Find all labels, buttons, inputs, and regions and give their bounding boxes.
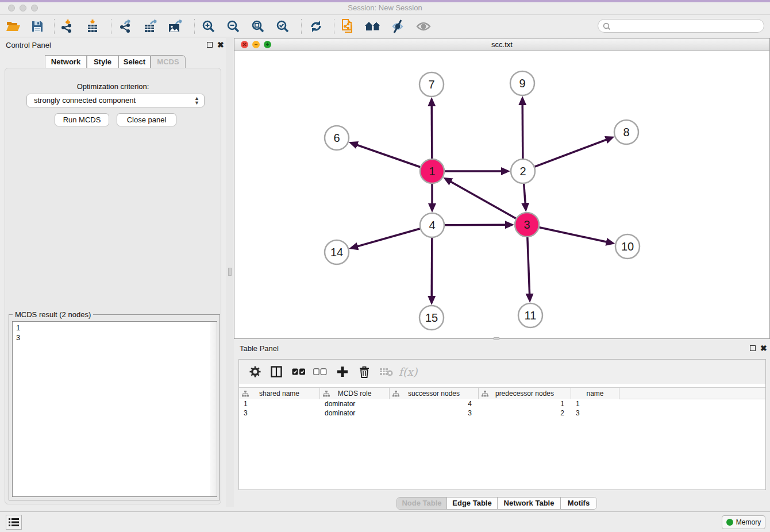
tab-edge-table[interactable]: Edge Table — [447, 498, 498, 510]
panel-list-button[interactable] — [6, 515, 22, 530]
graph-edge-2-3[interactable] — [524, 184, 526, 209]
graph-edge-1-6[interactable] — [352, 143, 420, 167]
tab-style[interactable]: Style — [87, 55, 118, 68]
tab-mcds[interactable]: MCDS — [151, 55, 186, 68]
table-cell[interactable]: 1 — [239, 399, 320, 408]
first-neighbors-icon[interactable] — [363, 17, 383, 36]
network-window: ✕ – + scc.txt 7968124314101511 — [234, 38, 770, 339]
table-header-row: shared nameMCDS rolesuccessor nodesprede… — [239, 387, 765, 399]
graph-edge-2-8[interactable] — [535, 138, 611, 167]
create-column-icon[interactable] — [333, 363, 352, 380]
tab-node-table[interactable]: Node Table — [397, 498, 447, 510]
graph-edge-2-9[interactable] — [522, 99, 523, 159]
close-panel-icon[interactable]: ✖ — [217, 40, 224, 50]
zoom-in-icon[interactable] — [199, 17, 218, 36]
splitter-grip[interactable] — [228, 268, 232, 276]
result-item[interactable]: 3 — [16, 333, 217, 342]
graph-node-8[interactable]: 8 — [614, 120, 638, 144]
table-body: 1dominator4113dominator323 — [239, 399, 765, 418]
close-table-panel-icon[interactable]: ✖ — [760, 343, 767, 353]
graph-edge-4-15[interactable] — [432, 238, 432, 302]
mcds-panel: Optimization criterion: strongly connect… — [5, 68, 221, 504]
window-resize-grip[interactable] — [494, 337, 499, 340]
column-header-MCDS-role[interactable]: MCDS role — [320, 388, 390, 399]
table-cell[interactable]: dominator — [320, 399, 390, 408]
criterion-select[interactable]: strongly connected component ▲▼ — [26, 94, 205, 107]
table-cell[interactable]: 3 — [239, 408, 320, 418]
select-all-icon[interactable] — [290, 363, 308, 380]
deselect-all-icon[interactable] — [311, 363, 329, 380]
column-hierarchy-icon — [323, 391, 330, 397]
search-input[interactable] — [613, 20, 760, 32]
show-columns-icon[interactable] — [267, 363, 286, 380]
import-network-icon[interactable] — [58, 17, 78, 36]
optimization-criterion-label: Optimization criterion: — [5, 82, 221, 91]
main-toolbar — [0, 15, 770, 37]
graph-node-4[interactable]: 4 — [420, 213, 444, 237]
graph-node-9[interactable]: 9 — [510, 71, 534, 95]
refresh-icon[interactable] — [306, 17, 326, 36]
table-cell[interactable]: 1 — [479, 399, 571, 408]
tab-network-table[interactable]: Network Table — [498, 498, 561, 510]
graph-node-10[interactable]: 10 — [615, 234, 640, 259]
tab-network[interactable]: Network — [45, 55, 87, 68]
graph-node-1[interactable]: 1 — [420, 159, 444, 183]
graph-edge-3-1[interactable] — [446, 179, 515, 218]
table-settings-icon[interactable] — [246, 363, 264, 380]
save-session-icon[interactable] — [28, 17, 47, 36]
graph-node-2[interactable]: 2 — [511, 159, 535, 183]
float-table-panel-icon[interactable] — [750, 345, 756, 351]
import-table-icon[interactable] — [83, 17, 102, 36]
table-cell[interactable]: 3 — [571, 408, 619, 418]
graph-edge-1-7[interactable] — [432, 101, 432, 159]
result-scrollbar[interactable] — [210, 322, 216, 497]
result-item[interactable]: 1 — [16, 323, 217, 333]
network-window-titlebar[interactable]: ✕ – + scc.txt — [234, 38, 769, 51]
zoom-out-icon[interactable] — [224, 17, 243, 36]
memory-button[interactable]: Memory — [722, 515, 765, 529]
graph-node-15[interactable]: 15 — [419, 306, 444, 330]
svg-text:15: 15 — [425, 311, 438, 324]
table-row[interactable]: 3dominator323 — [239, 408, 765, 418]
graph-node-3[interactable]: 3 — [515, 213, 539, 237]
graph-node-6[interactable]: 6 — [325, 126, 349, 150]
mcds-result-list[interactable]: 13 — [12, 321, 217, 497]
run-mcds-button[interactable]: Run MCDS — [55, 113, 109, 126]
graph-node-7[interactable]: 7 — [419, 72, 444, 97]
table-cell[interactable]: 3 — [390, 408, 479, 418]
zoom-selected-icon[interactable] — [273, 17, 292, 36]
column-header-name[interactable]: name — [571, 388, 619, 399]
graph-edge-4-3[interactable] — [445, 225, 511, 225]
column-header-predecessor-nodes[interactable]: predecessor nodes — [479, 388, 571, 399]
table-cell[interactable]: dominator — [320, 408, 390, 418]
column-header-shared-name[interactable]: shared name — [239, 388, 320, 399]
delete-table-icon — [377, 363, 395, 380]
zoom-fit-icon[interactable] — [248, 17, 268, 36]
delete-column-icon[interactable] — [355, 363, 374, 380]
table-cell[interactable]: 2 — [479, 408, 571, 418]
memory-status-icon — [726, 519, 733, 526]
graph-node-11[interactable]: 11 — [518, 303, 542, 327]
table-cell[interactable]: 4 — [390, 399, 479, 408]
export-table-icon[interactable] — [141, 17, 161, 36]
network-canvas[interactable]: 7968124314101511 — [234, 51, 769, 338]
tab-motifs[interactable]: Motifs — [561, 498, 596, 510]
export-image-icon[interactable] — [166, 17, 186, 36]
table-row[interactable]: 1dominator411 — [239, 399, 765, 408]
close-panel-button[interactable]: Close panel — [117, 113, 176, 126]
hide-selected-icon[interactable] — [388, 17, 407, 36]
float-panel-icon[interactable] — [207, 42, 213, 48]
graph-node-14[interactable]: 14 — [325, 240, 349, 264]
svg-text:4: 4 — [429, 219, 435, 232]
new-network-from-selection-icon[interactable] — [338, 17, 357, 36]
graph-edge-3-11[interactable] — [528, 237, 530, 299]
graph-edge-4-14[interactable] — [352, 229, 420, 248]
tab-select[interactable]: Select — [118, 55, 151, 68]
show-all-icon[interactable] — [414, 17, 433, 36]
graph-edge-3-10[interactable] — [539, 228, 611, 243]
export-network-icon[interactable] — [117, 17, 136, 36]
vertical-splitter[interactable] — [226, 38, 234, 507]
open-file-icon[interactable] — [3, 17, 23, 36]
column-header-successor-nodes[interactable]: successor nodes — [390, 388, 479, 399]
table-cell[interactable]: 1 — [571, 399, 619, 408]
